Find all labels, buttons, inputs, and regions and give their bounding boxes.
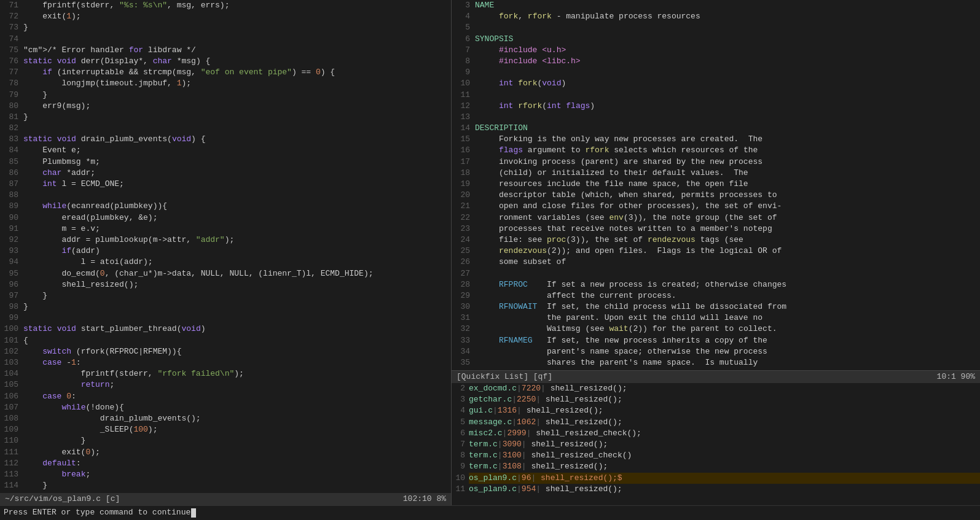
man-line: 14DESCRIPTION xyxy=(452,123,980,134)
quickfix-item[interactable]: 11os_plan9.c|954| shell_resized(); xyxy=(452,484,980,495)
line-content xyxy=(475,90,980,101)
line-number: 34 xyxy=(452,346,475,357)
qf-line-content: os_plan9.c|96| shell_resized();$ xyxy=(469,473,980,484)
qf-line-number: 6 xyxy=(452,428,469,439)
qf-line-number: 5 xyxy=(452,417,469,428)
code-line: 73} xyxy=(0,22,451,33)
line-number: 81 xyxy=(0,112,23,123)
quickfix-item[interactable]: 2ex_docmd.c|7220| shell_resized(); xyxy=(452,383,980,394)
line-content: static void derr(Display*, char *msg) { xyxy=(23,56,451,67)
right-code-area[interactable]: 3NAME4 fork, rfork - manipulate process … xyxy=(452,0,980,370)
line-number: 73 xyxy=(0,22,23,33)
man-line: 30 RFNOWAIT If set, the child process wi… xyxy=(452,301,980,312)
cmd-text: Press ENTER or type command to continue xyxy=(4,507,190,518)
line-content: } xyxy=(23,112,451,123)
line-number: 11 xyxy=(452,90,475,101)
qf-line-number: 4 xyxy=(452,405,469,416)
line-content: #include <libc.h> xyxy=(475,56,980,67)
line-number: 98 xyxy=(0,301,23,312)
qf-line-content: getchar.c|2250| shell_resized(); xyxy=(469,394,980,405)
line-content: return; xyxy=(23,379,451,390)
man-line: 32 Waitmsg (see wait(2)) for the parent … xyxy=(452,324,980,335)
code-line: 114 } xyxy=(0,480,451,491)
line-number: 94 xyxy=(0,257,23,268)
line-number: 13 xyxy=(452,112,475,123)
quickfix-item[interactable]: 9term.c|3108| shell_resized(); xyxy=(452,461,980,472)
left-position: 102:10 8% xyxy=(403,494,446,505)
line-number: 28 xyxy=(452,279,475,290)
line-content: if (interruptable && strcmp(msg, "eof on… xyxy=(23,67,451,78)
code-line: 113 break; xyxy=(0,469,451,480)
line-content xyxy=(475,268,980,279)
line-content: default: xyxy=(23,458,451,469)
line-number: 88 xyxy=(0,190,23,201)
code-line: 105 return; xyxy=(0,379,451,390)
left-status-bar: ~/src/vim/os_plan9.c [c] 102:10 8% xyxy=(0,493,451,505)
quickfix-item[interactable]: 8term.c|3100| shell_resized_check() xyxy=(452,450,980,461)
line-content: } xyxy=(23,480,451,491)
line-number: 90 xyxy=(0,212,23,223)
man-line: 3NAME xyxy=(452,0,980,11)
line-number: 114 xyxy=(0,480,23,491)
qf-line-content: term.c|3108| shell_resized(); xyxy=(469,461,980,472)
line-number: 89 xyxy=(0,201,23,212)
man-line: 23 processes that receive notes written … xyxy=(452,223,980,235)
line-number: 3 xyxy=(452,0,475,11)
line-content: static void drain_plumb_events(void) { xyxy=(23,134,451,145)
quickfix-item[interactable]: 4gui.c|1316| shell_resized(); xyxy=(452,405,980,416)
code-line: 82 xyxy=(0,123,451,134)
line-number: 113 xyxy=(0,469,23,480)
line-number: 23 xyxy=(452,223,475,235)
line-content: (child) or initialized to their default … xyxy=(475,168,980,179)
code-line: 76static void derr(Display*, char *msg) … xyxy=(0,56,451,67)
line-content: drain_plumb_events(); xyxy=(23,413,451,424)
line-content: rendezvous(2)); and open files. Flags is… xyxy=(475,246,980,257)
code-line: 75"cm">/* Error handler for libdraw */ xyxy=(0,45,451,56)
line-number: 24 xyxy=(452,235,475,246)
line-content: resources include the file name space, t… xyxy=(475,179,980,190)
line-content: char *addr; xyxy=(23,168,451,179)
line-content: } xyxy=(23,435,451,446)
line-number: 108 xyxy=(0,413,23,424)
code-line: 74 xyxy=(0,34,451,45)
line-content: int fork(void) xyxy=(475,78,980,89)
man-line: 26 some subset of xyxy=(452,257,980,268)
quickfix-item[interactable]: 10os_plan9.c|96| shell_resized();$ xyxy=(452,473,980,484)
line-content: do_ecmd(0, (char_u*)m->data, NULL, NULL,… xyxy=(23,268,451,279)
line-number: 78 xyxy=(0,78,23,89)
line-content: shell_resized(); xyxy=(23,279,451,290)
quickfix-title: [Quickfix List] [qf] xyxy=(457,371,552,382)
man-line: 15 Forking is the only way new processes… xyxy=(452,134,980,145)
code-line: 98} xyxy=(0,301,451,312)
qf-line-content: os_plan9.c|954| shell_resized(); xyxy=(469,484,980,495)
line-content: open and close files for other processes… xyxy=(475,201,980,212)
line-content: m = e.v; xyxy=(23,223,451,235)
quickfix-item[interactable]: 5message.c|1062| shell_resized(); xyxy=(452,417,980,428)
quickfix-item[interactable]: 7term.c|3090| shell_resized(); xyxy=(452,439,980,450)
line-number: 18 xyxy=(452,168,475,179)
code-line: 107 while(!done){ xyxy=(0,402,451,413)
line-content: if(addr) xyxy=(23,246,451,257)
qf-line-number: 10 xyxy=(452,473,469,484)
line-content xyxy=(475,22,980,33)
quickfix-item[interactable]: 3getchar.c|2250| shell_resized(); xyxy=(452,394,980,405)
man-line: 17 invoking process (parent) are shared … xyxy=(452,157,980,168)
quickfix-list[interactable]: 2ex_docmd.c|7220| shell_resized();3getch… xyxy=(452,383,980,495)
line-number: 110 xyxy=(0,435,23,446)
code-line: 110 } xyxy=(0,435,451,446)
right-top-area: 3NAME4 fork, rfork - manipulate process … xyxy=(452,0,980,370)
line-number: 9 xyxy=(452,67,475,78)
man-line: 20 descriptor table (which, when shared,… xyxy=(452,190,980,201)
line-content: RFNOWAIT If set, the child process will … xyxy=(475,301,980,312)
left-code-area[interactable]: 71 fprintf(stderr, "%s: %s\n", msg, errs… xyxy=(0,0,451,493)
line-number: 71 xyxy=(0,0,23,11)
code-line: 85 Plumbmsg *m; xyxy=(0,157,451,168)
line-number: 16 xyxy=(452,145,475,156)
line-content: invoking process (parent) are shared by … xyxy=(475,157,980,168)
line-number: 79 xyxy=(0,90,23,101)
line-number: 106 xyxy=(0,391,23,402)
code-line: 77 if (interruptable && strcmp(msg, "eof… xyxy=(0,67,451,78)
line-content: Event e; xyxy=(23,145,451,156)
quickfix-item[interactable]: 6misc2.c|2999| shell_resized_check(); xyxy=(452,428,980,439)
code-line: 106 case 0: xyxy=(0,391,451,402)
